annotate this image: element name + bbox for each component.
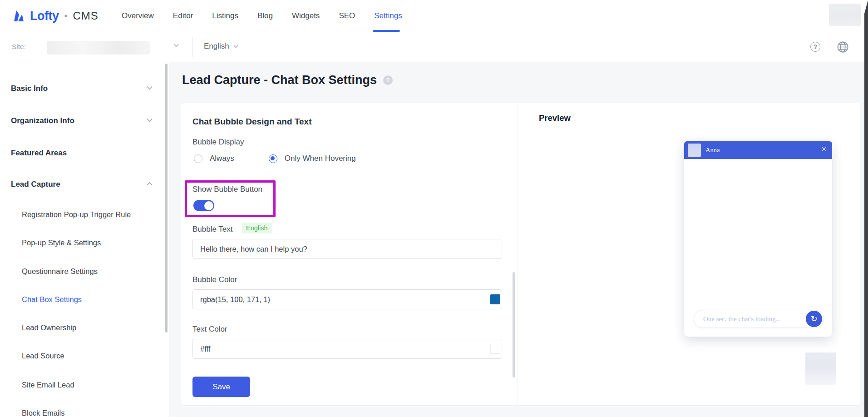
radio-only-when-hovering[interactable] — [269, 154, 277, 163]
settings-card: Chat Bubble Design and Text Bubble Displ… — [181, 103, 860, 405]
sidebar-scrollbar[interactable] — [165, 64, 168, 333]
page-title: Lead Capture - Chat Box Settings — [182, 73, 377, 87]
radio-always-label[interactable]: Always — [210, 154, 234, 163]
settings-sidebar: Basic Info Organization Info Featured Ar… — [0, 62, 169, 417]
divider — [192, 37, 192, 57]
top-navigation-bar: Lofty • CMS Overview Editor Listings Blo… — [0, 0, 868, 32]
sidebar-item-organization-info[interactable]: Organization Info — [11, 116, 74, 125]
form-panel-scrollbar[interactable] — [513, 272, 515, 377]
sidebar-item-block-emails[interactable]: Block Emails — [22, 409, 64, 417]
close-icon[interactable]: × — [821, 145, 826, 153]
brand-logo[interactable]: Lofty • CMS — [11, 0, 99, 32]
chat-widget-preview: Anna × One sec, the chat's loading... ↻ — [684, 141, 832, 337]
sidebar-item-featured-areas[interactable]: Featured Areas — [11, 149, 67, 158]
toggle-knob — [204, 201, 213, 210]
sidebar-item-basic-info[interactable]: Basic Info — [11, 84, 48, 93]
sidebar-item-registration-popup-trigger-rule[interactable]: Registration Pop-up Trigger Rule — [22, 210, 131, 219]
globe-icon[interactable] — [837, 41, 849, 53]
chevron-down-icon[interactable] — [173, 44, 179, 47]
preview-heading: Preview — [539, 113, 571, 123]
main-content: Lead Capture - Chat Box Settings ? Chat … — [170, 62, 868, 417]
help-icon[interactable]: ? — [383, 75, 393, 85]
window-edge-strip — [864, 0, 868, 417]
help-icon[interactable]: ? — [810, 42, 820, 52]
nav-tab-seo[interactable]: SEO — [339, 0, 355, 32]
chevron-down-icon — [233, 45, 238, 48]
bubble-text-label: Bubble Text — [192, 225, 233, 234]
show-bubble-button-toggle[interactable] — [193, 200, 214, 211]
avatar[interactable] — [829, 4, 861, 26]
nav-tab-blog[interactable]: Blog — [257, 0, 273, 32]
language-selector[interactable]: English — [204, 42, 238, 51]
language-label: English — [204, 42, 229, 51]
logo-text: Lofty — [30, 9, 59, 23]
bubble-display-options: Always Only When Hovering — [194, 154, 356, 163]
section-heading: Chat Bubble Design and Text — [192, 117, 312, 127]
refresh-icon[interactable]: ↻ — [806, 311, 822, 327]
text-color-swatch[interactable] — [490, 344, 500, 354]
sidebar-item-popup-style-settings[interactable]: Pop-up Style & Settings — [22, 238, 101, 247]
app-window: Lofty • CMS Overview Editor Listings Blo… — [0, 0, 868, 417]
chat-agent-name: Anna — [705, 146, 720, 154]
chevron-down-icon — [147, 118, 153, 122]
nav-tab-widgets[interactable]: Widgets — [292, 0, 320, 32]
save-button[interactable]: Save — [192, 377, 250, 397]
radio-only-when-hovering-label[interactable]: Only When Hovering — [285, 154, 356, 163]
bubble-display-label: Bubble Display — [192, 138, 244, 147]
bubble-color-label: Bubble Color — [192, 275, 237, 284]
sidebar-item-questionnaire-settings[interactable]: Questionnaire Settings — [22, 267, 98, 276]
nav-tab-overview[interactable]: Overview — [122, 0, 154, 32]
chevron-up-icon — [147, 182, 153, 186]
nav-tab-settings[interactable]: Settings — [374, 0, 402, 32]
language-badge: English — [242, 223, 272, 233]
radio-always[interactable] — [194, 154, 202, 163]
chat-input-placeholder: One sec, the chat's loading... — [703, 315, 781, 323]
nav-tab-editor[interactable]: Editor — [173, 0, 193, 32]
sidebar-item-site-email-lead[interactable]: Site Email Lead — [22, 381, 74, 389]
bubble-color-swatch[interactable] — [490, 294, 500, 304]
show-bubble-button-label: Show Bubble Button — [192, 185, 262, 194]
logo-separator: • — [64, 11, 67, 21]
divider — [518, 103, 518, 405]
text-color-label: Text Color — [192, 325, 227, 334]
main-nav: Overview Editor Listings Blog Widgets SE… — [122, 0, 402, 32]
chevron-down-icon — [147, 86, 153, 90]
site-label: Site: — [12, 43, 26, 51]
sidebar-item-lead-ownership[interactable]: Lead Ownership — [22, 323, 76, 332]
bubble-color-input[interactable] — [192, 289, 502, 309]
logo-product-name: CMS — [73, 10, 99, 22]
site-name-blurred[interactable] — [47, 41, 150, 55]
bubble-button-blurred-preview — [805, 352, 836, 385]
lofty-logo-icon — [11, 9, 25, 23]
sidebar-item-lead-source[interactable]: Lead Source — [22, 352, 64, 360]
text-color-input[interactable] — [192, 339, 502, 359]
chat-header: Anna × — [684, 141, 832, 159]
sidebar-item-chat-box-settings[interactable]: Chat Box Settings — [22, 295, 82, 304]
chat-message-input[interactable]: One sec, the chat's loading... — [694, 310, 824, 328]
page-title-row: Lead Capture - Chat Box Settings ? — [182, 73, 393, 87]
sidebar-item-lead-capture[interactable]: Lead Capture — [11, 180, 60, 189]
chat-agent-avatar — [688, 144, 701, 157]
site-selector-bar: Site: English — [0, 32, 868, 62]
nav-tab-listings[interactable]: Listings — [212, 0, 238, 32]
bubble-text-input[interactable] — [192, 239, 502, 259]
